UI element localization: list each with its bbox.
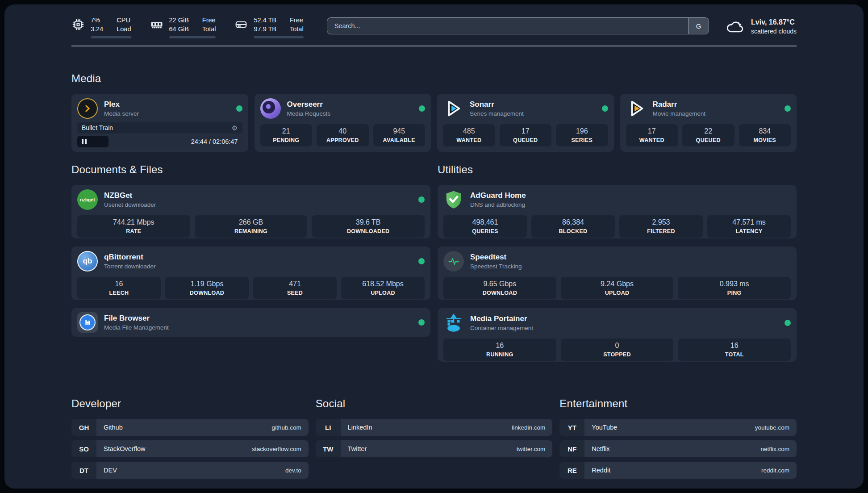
- bookmark-dev[interactable]: DT DEV dev.to: [71, 462, 309, 479]
- disk-stat: 52.4 TB 97.9 TB Free Total: [234, 16, 303, 38]
- stat-box: 618.52 MbpsUPLOAD: [341, 277, 425, 299]
- bookmark-url: stackoverflow.com: [252, 446, 301, 452]
- stat-box: 9.65 GbpsDOWNLOAD: [443, 277, 556, 299]
- app-name: NZBGet: [104, 191, 156, 200]
- stat-box: 1.19 GbpsDOWNLOAD: [165, 277, 249, 299]
- bookmark-url: twitter.com: [517, 446, 546, 452]
- status-online-dot: [418, 196, 425, 203]
- overseerr-card[interactable]: Overseerr Media Requests 21PENDING 40APP…: [255, 94, 431, 152]
- cpu-label2: Load: [117, 25, 131, 34]
- section-title-developer: Developer: [71, 397, 309, 410]
- memory-label: Free: [202, 16, 216, 25]
- bookmark-url: reddit.com: [761, 467, 789, 474]
- stat-box: 16LEECH: [77, 277, 161, 299]
- disk-label2: Total: [290, 25, 304, 34]
- qbittorrent-card[interactable]: qb qBittorrent Torrent downloader 16LEEC…: [71, 246, 430, 300]
- bookmark-name: Twitter: [348, 445, 367, 452]
- gear-icon[interactable]: ⚙: [232, 125, 238, 131]
- bookmark-linkedin[interactable]: LI LinkedIn linkedin.com: [316, 419, 553, 436]
- pause-icon: [82, 139, 87, 144]
- section-title-social: Social: [316, 397, 553, 410]
- bookmark-url: dev.to: [285, 467, 301, 474]
- portainer-card[interactable]: Media Portainer Container management 16R…: [438, 308, 797, 362]
- stat-box: 22QUEUED: [682, 124, 734, 146]
- app-description: Torrent downloader: [104, 263, 156, 270]
- stat-box: 2,953FILTERED: [619, 215, 703, 238]
- bookmark-twitter[interactable]: TW Twitter twitter.com: [316, 440, 553, 457]
- bookmark-reddit[interactable]: RE Reddit reddit.com: [559, 462, 797, 479]
- memory-progress-bar: [169, 36, 216, 38]
- stat-box: 86,384BLOCKED: [531, 215, 615, 238]
- app-name: Radarr: [653, 100, 706, 109]
- disk-free: 52.4 TB: [254, 16, 276, 25]
- stat-box: 945AVAILABLE: [373, 124, 426, 146]
- cpu-stat: 7% 3.24 CPU Load: [71, 16, 131, 38]
- app-description: Usenet downloader: [104, 201, 156, 208]
- bookmark-abbr: YT: [559, 419, 584, 436]
- sonarr-card[interactable]: Sonarr Series management 485WANTED 17QUE…: [437, 94, 614, 152]
- app-description: Media File Management: [104, 324, 169, 331]
- bookmark-abbr: GH: [71, 419, 96, 436]
- bookmark-netflix[interactable]: NF Netflix netflix.com: [559, 440, 797, 457]
- speedtest-card[interactable]: Speedtest Speedtest Tracking 9.65 GbpsDO…: [438, 246, 797, 300]
- weather-widget: Lviv, 16.87°C scattered clouds: [725, 18, 797, 35]
- section-media: Media Plex Media server Bullet Train: [71, 72, 797, 152]
- app-name: Plex: [104, 100, 139, 109]
- search-bar: G: [327, 17, 709, 34]
- dashboard: 7% 3.24 CPU Load: [4, 4, 864, 489]
- app-description: Media Requests: [287, 110, 331, 117]
- status-online-dot: [785, 320, 791, 326]
- bookmark-github[interactable]: GH Github github.com: [71, 419, 309, 436]
- app-name: Speedtest: [470, 253, 522, 262]
- app-description: Container management: [470, 325, 533, 331]
- stat-box: 16TOTAL: [678, 338, 791, 361]
- nzbget-card[interactable]: nzbget NZBGet Usenet downloader 744.21 M…: [71, 185, 430, 238]
- bookmark-abbr: RE: [559, 462, 584, 479]
- plex-card[interactable]: Plex Media server Bullet Train ⚙ 24:44 /…: [71, 94, 248, 152]
- app-name: qBittorrent: [104, 253, 156, 262]
- cpu-percent: 7%: [91, 16, 103, 25]
- sonarr-icon: [443, 98, 463, 119]
- cpu-icon: [71, 18, 85, 31]
- portainer-icon: [443, 313, 464, 333]
- search-engine-badge[interactable]: G: [688, 18, 709, 34]
- stat-box: 0.993 msPING: [678, 277, 791, 299]
- disk-icon: [234, 18, 248, 31]
- top-bar: 7% 3.24 CPU Load: [71, 16, 797, 38]
- disk-total: 97.9 TB: [254, 25, 276, 34]
- app-description: Movie management: [653, 110, 706, 117]
- bookmark-name: Netflix: [592, 445, 609, 452]
- stat-box: 17WANTED: [626, 124, 678, 146]
- filebrowser-icon: [77, 312, 98, 333]
- search-input[interactable]: [327, 18, 688, 34]
- cpu-load-value: 3.24: [91, 25, 103, 34]
- app-description: DNS and adblocking: [470, 201, 526, 208]
- stat-box: 16RUNNING: [443, 338, 556, 361]
- status-online-dot: [785, 105, 791, 112]
- bookmark-abbr: LI: [316, 419, 341, 436]
- bookmark-stackoverflow[interactable]: SO StackOverflow stackoverflow.com: [71, 440, 309, 457]
- stat-box: 834MOVIES: [739, 124, 791, 146]
- adguard-card[interactable]: AdGuard Home DNS and adblocking 498,461Q…: [438, 185, 797, 238]
- bookmark-name: DEV: [104, 467, 117, 474]
- weather-condition: scattered clouds: [751, 28, 797, 35]
- playback-progress: 24:44 / 02:06:47: [77, 136, 242, 147]
- app-description: Series management: [470, 110, 524, 117]
- weather-location-temp: Lviv, 16.87°C: [751, 18, 797, 26]
- filebrowser-card[interactable]: File Browser Media File Management: [71, 308, 430, 337]
- app-description: Speedtest Tracking: [470, 263, 522, 270]
- radarr-icon: [626, 98, 647, 119]
- stat-box: 498,461QUERIES: [443, 215, 527, 238]
- nzbget-icon: nzbget: [77, 189, 98, 210]
- speedtest-icon: [443, 251, 464, 272]
- disk-progress-bar: [254, 36, 303, 38]
- stat-box: 39.6 TBDOWNLOADED: [312, 215, 425, 238]
- app-name: Sonarr: [470, 100, 524, 109]
- radarr-card[interactable]: Radarr Movie management 17WANTED 22QUEUE…: [620, 94, 797, 152]
- stat-box: 40APPROVED: [317, 124, 369, 146]
- bookmark-youtube[interactable]: YT YouTube youtube.com: [559, 419, 797, 436]
- memory-label2: Total: [202, 25, 216, 34]
- bookmark-name: Github: [104, 424, 123, 431]
- header-divider: [71, 46, 797, 46]
- bookmark-name: StackOverflow: [104, 445, 145, 452]
